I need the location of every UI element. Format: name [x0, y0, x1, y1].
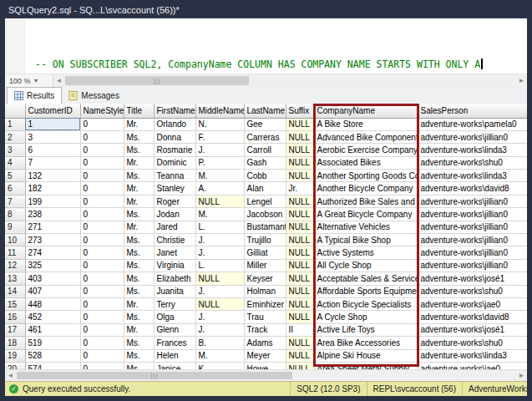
grid-cell[interactable]: J. [195, 144, 244, 156]
grid-cell[interactable]: Alternative Vehicles [314, 221, 418, 233]
grid-cell[interactable]: NULL [195, 272, 244, 285]
grid-cell[interactable]: Keyser [244, 272, 286, 285]
grid-cell[interactable]: adventure-works\jillian0 [418, 259, 527, 272]
grid-cell[interactable]: adventure-works\jae0 [418, 297, 527, 310]
grid-cell[interactable]: Active Life Toys [314, 323, 418, 336]
row-header[interactable]: 9 [5, 221, 25, 233]
grid-cell[interactable]: 325 [25, 259, 80, 272]
grid-cell[interactable]: 0 [80, 234, 124, 246]
row-header[interactable]: 13 [5, 272, 25, 285]
grid-cell[interactable]: 519 [25, 337, 80, 349]
row-header[interactable]: 4 [5, 156, 25, 169]
grid-cell[interactable]: adventure-works\linda3 [418, 170, 527, 182]
grid-cell[interactable]: A Cycle Shop [314, 311, 418, 323]
grid-cell[interactable]: Elizabeth [154, 272, 195, 285]
grid-cell[interactable]: NULL [286, 337, 314, 349]
scroll-left-icon[interactable]: ◄ [53, 74, 64, 87]
grid-cell[interactable]: Mr. [124, 195, 154, 207]
grid-cell[interactable]: 1 [25, 118, 80, 130]
grid-cell[interactable]: adventure-works\shu0 [418, 285, 527, 297]
grid-cell[interactable]: Ms. [124, 285, 154, 297]
grid-cell[interactable]: A Typical Bike Shop [314, 234, 418, 246]
row-header[interactable]: 2 [5, 130, 25, 143]
grid-cell[interactable]: K. [195, 362, 244, 369]
grid-cell[interactable]: 0 [80, 285, 124, 297]
grid-cell[interactable]: 274 [25, 246, 80, 259]
grid-cell[interactable]: NULL [286, 221, 314, 233]
column-header[interactable]: NameStyle [80, 104, 124, 118]
grid-cell[interactable]: 0 [80, 337, 124, 349]
grid-cell[interactable]: Mr. [124, 156, 154, 169]
grid-cell[interactable]: adventure-works\pamela0 [418, 118, 527, 130]
grid-cell[interactable]: Jacobson [244, 208, 286, 221]
grid-cell[interactable]: adventure-works\jillian0 [418, 221, 527, 233]
grid-cell[interactable]: Holman [244, 285, 286, 297]
grid-cell[interactable]: Advanced Bike Components [314, 130, 418, 143]
grid-cell[interactable]: adventure-works\shu0 [418, 156, 527, 169]
grid-cell[interactable]: 0 [80, 272, 124, 285]
column-header[interactable]: SalesPerson [418, 104, 527, 118]
grid-cell[interactable]: adventure-works\david8 [418, 182, 527, 195]
grid-cell[interactable]: Cobb [244, 170, 286, 182]
grid-cell[interactable]: 403 [25, 272, 80, 285]
editor-horizontal-scrollbar[interactable]: ◄ ||| ► [53, 74, 527, 87]
grid-cell[interactable]: Aerobic Exercise Company [314, 144, 418, 156]
grid-cell[interactable]: NULL [286, 118, 314, 130]
grid-cell[interactable]: NULL [286, 362, 314, 369]
grid-cell[interactable]: Rosmarie [154, 144, 195, 156]
grid-cell[interactable]: Terry [154, 297, 195, 310]
grid-cell[interactable]: NULL [286, 170, 314, 182]
grid-cell[interactable]: 199 [25, 195, 80, 207]
column-header[interactable]: MiddleName [195, 104, 244, 118]
grid-cell[interactable]: Trau [244, 311, 286, 323]
grid-cell[interactable]: Area Bike Accessories [314, 337, 418, 349]
grid-cell[interactable]: Ms. [124, 246, 154, 259]
grid-cell[interactable]: Action Bicycle Specialists [314, 297, 418, 310]
grid-cell[interactable]: NULL [286, 195, 314, 207]
grid-corner-cell[interactable] [5, 104, 25, 118]
row-header[interactable]: 12 [5, 259, 25, 272]
grid-cell[interactable]: 461 [25, 323, 80, 336]
grid-cell[interactable]: adventure-works\linda3 [418, 349, 527, 362]
grid-cell[interactable]: L. [195, 259, 244, 272]
grid-cell[interactable]: Howe [244, 362, 286, 369]
sql-code-area[interactable]: -- ON SUBSCRIBER SQL2, CompanyName COLUM… [25, 18, 527, 74]
grid-cell[interactable]: 132 [25, 170, 80, 182]
grid-cell[interactable]: NULL [286, 234, 314, 246]
grid-cell[interactable]: J. [195, 234, 244, 246]
grid-cell[interactable]: Ms. [124, 259, 154, 272]
grid-cell[interactable]: Roger [154, 195, 195, 207]
grid-cell[interactable]: Associated Bikes [314, 156, 418, 169]
row-header[interactable]: 14 [5, 285, 25, 297]
grid-cell[interactable]: 3 [25, 130, 80, 143]
column-header[interactable]: LastName [244, 104, 286, 118]
row-header[interactable]: 20 [5, 362, 25, 369]
grid-cell[interactable]: Ms. [124, 234, 154, 246]
grid-cell[interactable]: Virginia [154, 259, 195, 272]
grid-cell[interactable]: NULL [286, 272, 314, 285]
grid-cell[interactable]: NULL [286, 349, 314, 362]
grid-cell[interactable]: 0 [80, 349, 124, 362]
column-header[interactable]: FirstName [154, 104, 195, 118]
grid-cell[interactable]: Mr. [124, 182, 154, 195]
grid-cell[interactable]: 0 [80, 323, 124, 336]
tab-results[interactable]: Results [7, 87, 62, 104]
grid-cell[interactable]: NULL [286, 311, 314, 323]
grid-cell[interactable]: Gee [244, 118, 286, 130]
grid-cell[interactable]: M. [195, 208, 244, 221]
window-titlebar[interactable]: SQLQuery2.sql - SQ...L\svcaccount (56))* [5, 2, 527, 18]
grid-cell[interactable]: Bustamante [244, 221, 286, 233]
grid-cell[interactable]: Mr. [124, 323, 154, 336]
grid-cell[interactable]: Adams [244, 337, 286, 349]
editor-zoom-dropdown[interactable]: 100 % ▼ [5, 74, 53, 87]
grid-cell[interactable]: 0 [80, 118, 124, 130]
grid-cell[interactable]: 6 [25, 144, 80, 156]
grid-cell[interactable]: 448 [25, 297, 80, 310]
grid-cell[interactable]: adventure-works\jillian0 [418, 208, 527, 221]
grid-cell[interactable]: Gash [244, 156, 286, 169]
grid-cell[interactable]: J. [195, 285, 244, 297]
grid-cell[interactable]: Helen [154, 349, 195, 362]
grid-cell[interactable]: Ms. [124, 170, 154, 182]
grid-cell[interactable]: NULL [286, 297, 314, 310]
grid-cell[interactable]: Mr. [124, 118, 154, 130]
